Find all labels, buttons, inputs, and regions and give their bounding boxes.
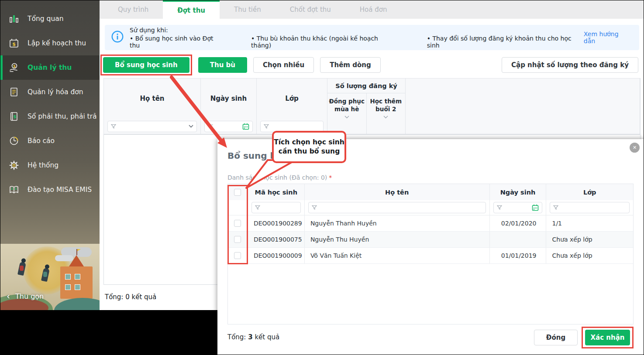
sidebar-item-label: Đào tạo MISA EMIS bbox=[28, 186, 92, 194]
modal-total-label: Tổng: 3 kết quả bbox=[227, 333, 279, 341]
bar-chart-icon bbox=[8, 13, 20, 25]
svg-text:$: $ bbox=[12, 41, 16, 47]
sidebar-item-label: Sổ phải thu, phải trả bbox=[28, 113, 97, 120]
pie-chart-icon bbox=[8, 135, 20, 147]
row-checkbox[interactable] bbox=[234, 236, 241, 243]
sidebar-item-bao-cao[interactable]: Báo cáo bbox=[0, 129, 100, 153]
collect-makeup-button[interactable]: Thu bù bbox=[198, 57, 247, 73]
sidebar-item-label: Quản lý hóa đơn bbox=[28, 88, 83, 96]
column-header-dongphuc[interactable]: Đồng phục mùa hè bbox=[327, 93, 367, 134]
column-header-hocthem[interactable]: Học thêm buổi 2 bbox=[367, 93, 406, 134]
sidebar-item-label: Báo cáo bbox=[28, 137, 55, 145]
column-header-lop[interactable]: Lớp bbox=[546, 184, 633, 200]
add-row-button[interactable]: Thêm dòng bbox=[320, 57, 380, 73]
group-header-soluong: Số lượng đăng ký bbox=[327, 79, 405, 93]
open-book-icon bbox=[8, 184, 20, 196]
filter-icon bbox=[111, 124, 116, 129]
view-guide-link[interactable]: Xem hướng dẫn bbox=[584, 31, 631, 44]
column-header-mahocsinh[interactable]: Mã học sinh bbox=[248, 184, 305, 200]
close-button[interactable]: Đóng bbox=[534, 330, 578, 345]
sidebar-item-lap-ke-hoach-thu[interactable]: $ Lập kế hoạch thu bbox=[0, 31, 100, 55]
chevron-down-icon bbox=[344, 116, 349, 119]
calendar-icon bbox=[242, 123, 249, 130]
filter-icon bbox=[312, 205, 317, 210]
filter-icon bbox=[553, 205, 558, 210]
student-class: Chưa xếp lớp bbox=[546, 248, 633, 263]
sidebar-item-so-phai-thu[interactable]: $ Sổ phải thu, phải trả bbox=[0, 104, 100, 129]
invoice-icon bbox=[8, 86, 20, 98]
close-icon[interactable]: ✕ bbox=[630, 143, 640, 153]
student-name: Nguyễn Thu Huyền bbox=[305, 232, 490, 247]
collapse-label: Thu gọn bbox=[15, 292, 44, 300]
column-header-hoten[interactable]: Họ tên bbox=[305, 184, 490, 200]
tab-hoa-don[interactable]: Hoá đơn bbox=[345, 0, 402, 19]
sidebar-item-label: Quản lý thu bbox=[28, 64, 72, 72]
annotation-highlight-confirm: Xác nhận bbox=[582, 327, 634, 348]
sidebar-item-dao-tao[interactable]: Đào tạo MISA EMIS bbox=[0, 178, 100, 202]
column-header-hoten[interactable]: Họ tên bbox=[104, 79, 200, 119]
required-asterisk: * bbox=[329, 174, 332, 181]
info-banner-title: Sử dụng khi: bbox=[130, 27, 584, 34]
column-header-ngaysinh[interactable]: Ngày sinh bbox=[490, 184, 547, 200]
student-table: Mã học sinh Họ tên Ngày sinh Lớp DEO0019… bbox=[227, 184, 634, 324]
table-row[interactable]: DEO001900075 Nguyễn Thu Huyền Chưa xếp l… bbox=[228, 232, 633, 248]
tab-chot-dot-thu[interactable]: Chốt đợt thu bbox=[276, 0, 345, 19]
student-dob: 02/01/2020 bbox=[490, 215, 547, 231]
student-class: Chưa xếp lớp bbox=[546, 232, 633, 247]
table-row[interactable]: DEO001900289 Nguyễn Thanh Huyền 02/01/20… bbox=[228, 215, 633, 232]
sidebar-collapse-button[interactable]: ‹ Thu gọn bbox=[7, 292, 44, 300]
hoten-filter-input[interactable] bbox=[107, 121, 197, 132]
student-code: DEO001900009 bbox=[248, 248, 305, 263]
update-quantity-button[interactable]: Cập nhật số lượng theo đăng ký bbox=[502, 57, 638, 73]
sidebar-item-quan-ly-thu[interactable]: $ Quản lý thu bbox=[0, 55, 100, 80]
svg-text:$: $ bbox=[13, 64, 16, 68]
table-row[interactable]: DEO001900009 Võ Văn Tuấn Kiệt 01/01/2019… bbox=[228, 248, 633, 264]
add-student-modal: ✕ Bổ sung học sinh Danh sách học sinh (Đ… bbox=[217, 139, 644, 355]
student-dob: 01/01/2019 bbox=[490, 248, 547, 263]
add-student-button[interactable]: Bổ sung học sinh bbox=[103, 57, 189, 73]
info-icon bbox=[111, 30, 124, 45]
info-bullet: • Thu bù khoản thu khác (ngoài kế hoạch … bbox=[251, 35, 398, 49]
name-filter-input[interactable] bbox=[308, 202, 486, 213]
dob-filter-input[interactable] bbox=[493, 202, 543, 213]
code-filter-input[interactable] bbox=[251, 202, 301, 213]
sidebar-item-quan-ly-hoa-don[interactable]: Quản lý hóa đơn bbox=[0, 80, 100, 104]
student-class: 1/1 bbox=[546, 215, 633, 231]
student-code: DEO001900289 bbox=[248, 215, 305, 231]
illustration-roof bbox=[69, 255, 84, 266]
select-all-checkbox[interactable] bbox=[234, 189, 241, 196]
sidebar-item-he-thong[interactable]: Hệ thống bbox=[0, 153, 100, 178]
tab-quy-trinh[interactable]: Quy trình bbox=[103, 0, 163, 19]
info-banner: Sử dụng khi: • Bổ sung học sinh vào Đợt … bbox=[105, 25, 639, 50]
tab-bar: Quy trình Đợt thu Thu tiền Chốt đợt thu … bbox=[100, 0, 644, 19]
column-header-lop[interactable]: Lớp bbox=[257, 79, 327, 119]
calendar-money-icon: $ bbox=[8, 37, 20, 49]
chevron-left-icon: ‹ bbox=[7, 292, 10, 300]
student-dob bbox=[490, 232, 547, 247]
background-total-label: Tổng: 0 kết quả bbox=[105, 293, 156, 301]
filter-icon bbox=[208, 124, 213, 129]
select-multiple-button[interactable]: Chọn nhiều bbox=[253, 57, 314, 73]
tab-dot-thu[interactable]: Đợt thu bbox=[163, 0, 220, 19]
column-header-ngaysinh[interactable]: Ngày sinh bbox=[201, 79, 256, 119]
illustration-hill bbox=[54, 298, 100, 310]
class-filter-input[interactable] bbox=[550, 202, 630, 213]
row-checkbox[interactable] bbox=[234, 252, 241, 259]
annotation-highlight-add-student: Bổ sung học sinh bbox=[100, 55, 192, 75]
toolbar: Bổ sung học sinh Thu bù Chọn nhiều Thêm … bbox=[100, 54, 644, 76]
ngaysinh-filter-input[interactable] bbox=[204, 121, 253, 132]
row-checkbox[interactable] bbox=[234, 220, 241, 227]
student-name: Nguyễn Thanh Huyền bbox=[305, 215, 490, 231]
filter-icon bbox=[497, 205, 502, 210]
illustration-window bbox=[65, 284, 71, 290]
illustration-backpack bbox=[20, 266, 24, 271]
tab-thu-tien[interactable]: Thu tiền bbox=[220, 0, 276, 19]
illustration-window bbox=[65, 274, 71, 280]
lop-filter-input[interactable] bbox=[260, 121, 324, 132]
chevron-down-icon bbox=[383, 116, 388, 119]
sidebar-item-tong-quan[interactable]: Tổng quan bbox=[0, 7, 100, 31]
illustration-window bbox=[75, 284, 80, 290]
app-screen: Tổng quan $ Lập kế hoạch thu $ Quản lý t… bbox=[0, 0, 644, 355]
confirm-button[interactable]: Xác nhận bbox=[585, 330, 630, 345]
filter-icon bbox=[255, 205, 260, 210]
